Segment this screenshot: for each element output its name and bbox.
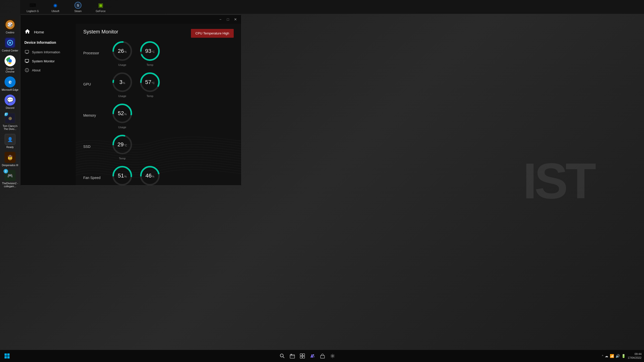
store-taskbar-icon[interactable] — [318, 351, 327, 360]
monitor-row-ssd: SSD 29 °C Temp — [83, 133, 234, 160]
taskbar-logitech-g[interactable]: ⌨ Logitech G — [23, 0, 43, 14]
ubisoft-icon: ◉ — [51, 1, 59, 9]
taskbar-bottom: ^ ☁ 📶 🔊 🔋 09:44 17/04/2022 — [0, 350, 644, 362]
gauge-container: 57 °C Temp — [139, 71, 161, 98]
svg-rect-57 — [300, 356, 302, 358]
gauge: 29 °C — [111, 133, 134, 156]
casino-icon: 🎲 — [5, 19, 16, 30]
settings-taskbar-icon[interactable] — [328, 351, 337, 360]
svg-text:e: e — [9, 79, 12, 85]
geforce-icon: ▣ — [97, 1, 105, 9]
gauge: 93 °C — [139, 40, 161, 62]
gauge-container: 46 % GPU — [139, 164, 161, 185]
maximize-button[interactable]: □ — [224, 16, 232, 22]
gauge: 46 % — [139, 164, 161, 185]
desktop-watermark: IST — [523, 152, 594, 210]
desperados-label: Desperados III — [2, 164, 18, 167]
tray-weather: ☁ — [605, 354, 608, 358]
edge-label: Microsoft Edge — [2, 88, 19, 92]
section-processor: Processor 26 % Usage — [83, 40, 234, 66]
start-button[interactable] — [3, 351, 12, 360]
tray-battery: 🔋 — [621, 354, 626, 358]
gauge-value: 29 °C — [117, 141, 127, 148]
desktop-icon-control-center[interactable]: Control Center — [1, 36, 20, 54]
tray-expand[interactable]: ^ — [602, 354, 603, 357]
svg-rect-56 — [303, 354, 305, 356]
section-memory: Memory 52 % Usage — [83, 102, 234, 129]
sidebar-home-label: Home — [34, 30, 44, 34]
system-info-label: System Information — [32, 50, 60, 54]
gauge: 57 °C — [139, 71, 161, 94]
widgets-taskbar-icon[interactable] — [298, 351, 307, 360]
logitech-label: Logitech G — [27, 10, 39, 13]
gauge-value: 93 °C — [145, 48, 155, 54]
taskbar-steam[interactable]: S Steam — [68, 0, 88, 14]
svg-point-6 — [9, 42, 11, 44]
monitor-label-processor: Processor — [83, 51, 106, 55]
gauge-container: 51 % Processor — [111, 164, 134, 185]
teams-taskbar-icon[interactable] — [308, 351, 317, 360]
gauge-container: 93 °C Temp — [139, 40, 161, 66]
system-monitor-label: System Monitor — [32, 59, 55, 63]
gauge: 26 % — [111, 40, 134, 62]
window-content: Home Device Information System Informati… — [20, 24, 241, 185]
top-taskbar: ⌨ Logitech G ◉ Ubisoft S Steam ▣ GeForce — [20, 0, 644, 14]
discord-icon: 💬 — [5, 95, 16, 106]
gauge-value: 57 °C — [145, 79, 155, 85]
sidebar-item-system-monitor[interactable]: System Monitor — [20, 57, 76, 66]
svg-text:💬: 💬 — [7, 97, 14, 103]
sidebar-home[interactable]: Home — [20, 26, 76, 39]
edge-icon: e — [5, 76, 16, 87]
gauge-sublabel: Usage — [118, 95, 126, 98]
control-center-icon — [5, 37, 16, 48]
gauge-container: 26 % Usage — [111, 40, 134, 66]
division2-badge: 2 — [4, 169, 8, 173]
search-taskbar-icon[interactable] — [278, 351, 287, 360]
svg-text:S: S — [77, 4, 79, 7]
gauge-sublabel: Temp — [147, 95, 153, 98]
division2-icon: 2 🎮 — [5, 170, 16, 181]
gauge-sublabel: Temp — [147, 63, 153, 66]
desktop-icon-division[interactable]: 2 ⊕ Tom Clancy's The Divio... — [1, 111, 20, 132]
desktop-icon-casino[interactable]: 🎲 Cestino — [1, 18, 20, 36]
sidebar-section-title: Device Information — [20, 39, 76, 48]
svg-rect-25 — [25, 59, 29, 62]
svg-text:🎲: 🎲 — [7, 22, 13, 27]
about-icon — [24, 68, 29, 73]
desktop-icon-discord[interactable]: 💬 Discord — [1, 93, 20, 111]
svg-rect-61 — [320, 355, 325, 358]
minimize-button[interactable]: − — [217, 16, 224, 22]
main-content: .wave-line { fill: none; stroke: #333; s… — [76, 24, 241, 185]
svg-rect-47 — [5, 353, 7, 356]
svg-point-62 — [332, 355, 333, 357]
division-icon: 2 ⊕ — [5, 113, 16, 124]
close-button[interactable]: ✕ — [232, 16, 239, 22]
monitor-row-processor: Processor 26 % Usage — [83, 40, 234, 66]
desktop-icon-division2[interactable]: 2 🎮 TheDivision2 - collegam... — [1, 168, 20, 190]
taskbar-clock[interactable]: 09:44 17/04/2022 — [628, 352, 641, 360]
desktop-icon-chrome[interactable]: Google Chrome — [1, 54, 20, 75]
monitor-row-memory: Memory 52 % Usage — [83, 102, 234, 129]
chrome-label: Google Chrome — [2, 67, 19, 73]
monitor-label-ssd: SSD — [83, 145, 106, 149]
system-monitor-icon — [24, 59, 29, 64]
taskbar-ubisoft[interactable]: ◉ Ubisoft — [45, 0, 65, 14]
explorer-taskbar-icon[interactable] — [288, 351, 297, 360]
sidebar: Home Device Information System Informati… — [20, 24, 76, 185]
gauge-sublabel: Usage — [118, 126, 126, 129]
gauge-container: 29 °C Temp — [111, 133, 134, 160]
sidebar-item-system-information[interactable]: System Information — [20, 48, 76, 57]
sidebar-item-about[interactable]: About — [20, 66, 76, 75]
system-info-icon — [24, 50, 29, 55]
taskbar-geforce[interactable]: ▣ GeForce — [91, 0, 111, 14]
monitor-label-gpu: GPU — [83, 82, 106, 86]
desktop-icon-desperados[interactable]: 🤠 Desperados III — [1, 150, 20, 168]
chrome-icon — [5, 55, 16, 66]
desktop-icon-edge[interactable]: e Microsoft Edge — [1, 75, 20, 93]
taskbar-right: ^ ☁ 📶 🔊 🔋 09:44 17/04/2022 — [602, 352, 641, 360]
svg-text:⊕: ⊕ — [8, 116, 12, 121]
monitor-row-gpu: GPU 3 % Usage — [83, 71, 234, 98]
monitor-label-fan-speed: Fan Speed — [83, 176, 106, 180]
svg-rect-53 — [290, 355, 295, 358]
desktop-icon-ready[interactable]: 👤 Ready — [1, 132, 20, 150]
